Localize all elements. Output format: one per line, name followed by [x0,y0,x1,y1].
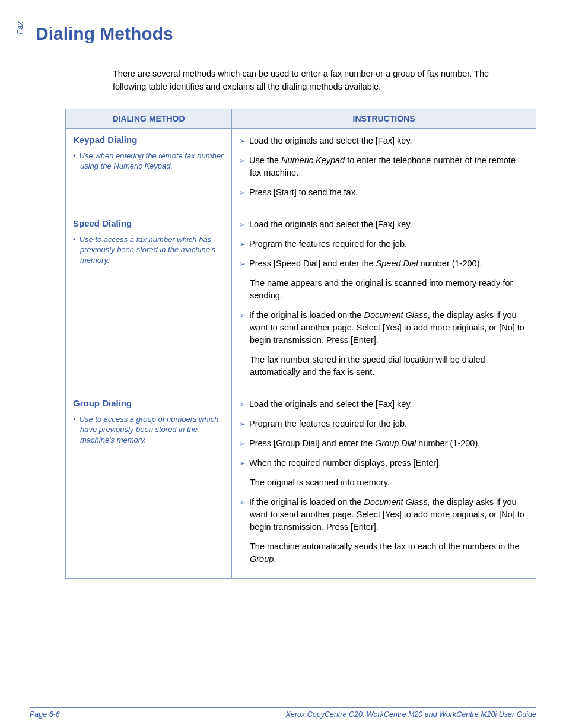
table-row: Keypad DialingUse when entering the remo… [66,128,536,212]
instructions-cell: Load the originals and select the [Fax] … [232,128,536,212]
method-title: Keypad Dialing [73,135,224,145]
instruction-step: Press [Group Dial] and enter the Group D… [239,437,529,450]
instruction-note: The machine automatically sends the fax … [239,541,529,565]
method-cell: Group DialingUse to access a group of nu… [66,392,232,578]
method-desc: Use to access a fax number which has pre… [73,234,224,266]
instruction-note: The fax number stored in the speed dial … [239,354,529,379]
side-label: Fax [15,21,24,34]
instructions-list: Load the originals and select the [Fax] … [239,398,529,565]
instruction-step: Use the Numeric Keypad to enter the tele… [239,154,529,179]
table-row: Speed DialingUse to access a fax number … [66,212,536,392]
header-instructions: INSTRUCTIONS [232,109,536,128]
intro-paragraph: There are several methods which can be u… [113,68,524,94]
method-desc: Use when entering the remote fax number … [73,151,224,171]
method-title: Speed Dialing [73,218,224,228]
instruction-step: Press [Speed Dial] and enter the Speed D… [239,257,529,270]
header-method: DIALING METHOD [66,109,232,128]
instruction-step: Load the originals and select the [Fax] … [239,398,529,411]
instruction-note: The original is scanned into memory. [239,476,529,489]
method-title: Group Dialing [73,398,224,408]
method-desc: Use to access a group of numbers which h… [73,414,224,446]
instructions-list: Load the originals and select the [Fax] … [239,218,529,379]
instructions-cell: Load the originals and select the [Fax] … [232,392,536,578]
instructions-cell: Load the originals and select the [Fax] … [232,212,536,392]
instruction-step: Load the originals and select the [Fax] … [239,135,529,147]
instruction-step: If the original is loaded on the Documen… [239,496,529,533]
method-cell: Keypad DialingUse when entering the remo… [66,128,232,212]
dialing-methods-table: DIALING METHOD INSTRUCTIONS Keypad Diali… [65,109,536,579]
instruction-step: If the original is loaded on the Documen… [239,309,529,346]
table-row: Group DialingUse to access a group of nu… [66,392,536,578]
instruction-step: Program the features required for the jo… [239,238,529,250]
page-title: Dialing Methods [36,24,536,44]
instruction-note: The name appears and the original is sca… [239,277,529,302]
instruction-step: When the required number displays, press… [239,457,529,469]
instructions-list: Load the originals and select the [Fax] … [239,135,529,199]
instruction-step: Program the features required for the jo… [239,418,529,430]
instruction-step: Press [Start] to send the fax. [239,186,529,199]
instruction-step: Load the originals and select the [Fax] … [239,218,529,231]
method-cell: Speed DialingUse to access a fax number … [66,212,232,392]
